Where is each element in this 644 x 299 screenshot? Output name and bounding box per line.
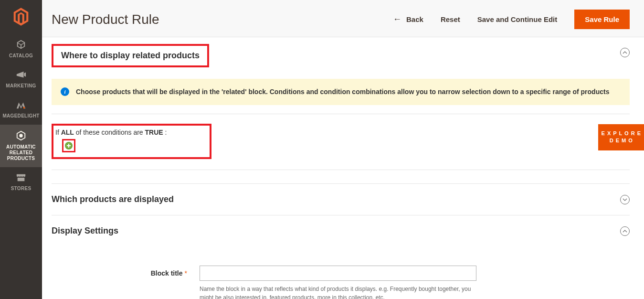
magedelight-icon xyxy=(16,100,26,111)
sidebar-item-stores[interactable]: STORES xyxy=(0,167,42,197)
sidebar-item-marketing[interactable]: MARKETING xyxy=(0,64,42,95)
info-text: Choose products that will be displayed i… xyxy=(76,87,609,97)
section-header-where[interactable]: Where to display related products xyxy=(52,44,209,67)
sidebar-item-label: CATALOG xyxy=(9,53,33,59)
section-body-where: i Choose products that will be displayed… xyxy=(52,79,630,183)
section-which-products: Which products are displayed xyxy=(52,184,630,215)
cond-prefix: If xyxy=(55,128,61,136)
sidebar-item-label: MAGEDELIGHT xyxy=(2,113,39,119)
sidebar-item-label: AUTOMATIC RELATED PRODUCTS xyxy=(6,144,36,161)
sidebar-item-magedelight[interactable]: MAGEDELIGHT xyxy=(0,95,42,125)
back-button[interactable]: ← Back xyxy=(393,14,423,24)
divider xyxy=(52,170,630,170)
cond-true-link[interactable]: TRUE xyxy=(145,128,163,136)
chevron-up-icon xyxy=(623,51,627,54)
conditions-area: If ALL of these conditions are TRUE : xyxy=(52,114,630,159)
sidebar: CATALOG MARKETING MAGEDELIGHT AUTOMATIC … xyxy=(0,0,42,299)
conditions-highlight: If ALL of these conditions are TRUE : xyxy=(52,124,211,159)
info-banner: i Choose products that will be displayed… xyxy=(52,79,630,105)
content-area: Where to display related products i Choo… xyxy=(42,37,644,299)
page-title: New Product Rule xyxy=(52,12,393,27)
add-condition-wrap xyxy=(62,139,167,152)
section-display-settings: Display Settings Block title* Name the b… xyxy=(52,215,630,299)
magento-logo[interactable] xyxy=(0,0,42,33)
explore-line2: D E M O xyxy=(601,137,641,144)
back-label: Back xyxy=(406,15,423,23)
reset-button[interactable]: Reset xyxy=(441,15,460,23)
add-condition-highlight xyxy=(62,139,75,152)
save-rule-button[interactable]: Save Rule xyxy=(574,10,630,29)
form-row-block-title: Block title* Name the block in a way tha… xyxy=(52,266,630,299)
svg-point-1 xyxy=(20,134,22,137)
chevron-up-icon xyxy=(623,230,627,233)
block-title-label: Block title xyxy=(151,269,183,277)
reset-label: Reset xyxy=(441,15,460,23)
block-title-input[interactable] xyxy=(200,266,476,281)
info-icon: i xyxy=(61,87,69,96)
cond-suffix: : xyxy=(163,128,167,136)
topbar-actions: ← Back Reset Save and Continue Edit Save… xyxy=(393,10,630,29)
save-continue-label: Save and Continue Edit xyxy=(477,15,558,23)
section-body-display: Block title* Name the block in a way tha… xyxy=(52,266,630,299)
save-continue-button[interactable]: Save and Continue Edit xyxy=(477,15,558,23)
chevron-down-icon xyxy=(623,198,627,201)
explore-line1: E X P L O R E xyxy=(601,130,641,137)
main-content: New Product Rule ← Back Reset Save and C… xyxy=(42,0,644,299)
section-header-display[interactable]: Display Settings xyxy=(52,215,630,246)
section-where-to-display: Where to display related products i Choo… xyxy=(52,37,630,184)
collapse-toggle[interactable] xyxy=(620,226,630,236)
block-title-hint: Name the block in a way that reflects wh… xyxy=(200,285,476,299)
add-condition-button[interactable] xyxy=(65,142,73,150)
sidebar-item-catalog[interactable]: CATALOG xyxy=(0,33,42,64)
hex-icon xyxy=(16,130,26,142)
section-title: Which products are displayed xyxy=(52,194,174,204)
section-title: Display Settings xyxy=(52,226,118,236)
condition-sentence: If ALL of these conditions are TRUE : xyxy=(55,128,167,136)
required-indicator: * xyxy=(185,269,187,277)
form-field-wrap: Name the block in a way that reflects wh… xyxy=(200,266,476,299)
storefront-icon xyxy=(16,173,26,184)
form-label-wrap: Block title* xyxy=(52,266,200,277)
collapse-toggle[interactable] xyxy=(620,195,630,204)
section-title: Where to display related products xyxy=(61,51,200,61)
megaphone-icon xyxy=(16,70,26,81)
cond-mid: of these conditions are xyxy=(74,128,145,136)
sidebar-item-label: MARKETING xyxy=(6,83,36,89)
arrow-left-icon: ← xyxy=(393,14,401,24)
topbar: New Product Rule ← Back Reset Save and C… xyxy=(42,0,644,37)
cond-all-link[interactable]: ALL xyxy=(61,128,74,136)
sidebar-item-label: STORES xyxy=(11,186,32,192)
collapse-toggle[interactable] xyxy=(620,48,630,57)
cube-icon xyxy=(16,39,26,51)
svg-point-0 xyxy=(23,107,25,109)
sidebar-item-automatic-related-products[interactable]: AUTOMATIC RELATED PRODUCTS xyxy=(0,125,42,167)
section-header-which[interactable]: Which products are displayed xyxy=(52,184,630,215)
explore-demo-tab[interactable]: E X P L O R E D E M O xyxy=(598,124,644,150)
